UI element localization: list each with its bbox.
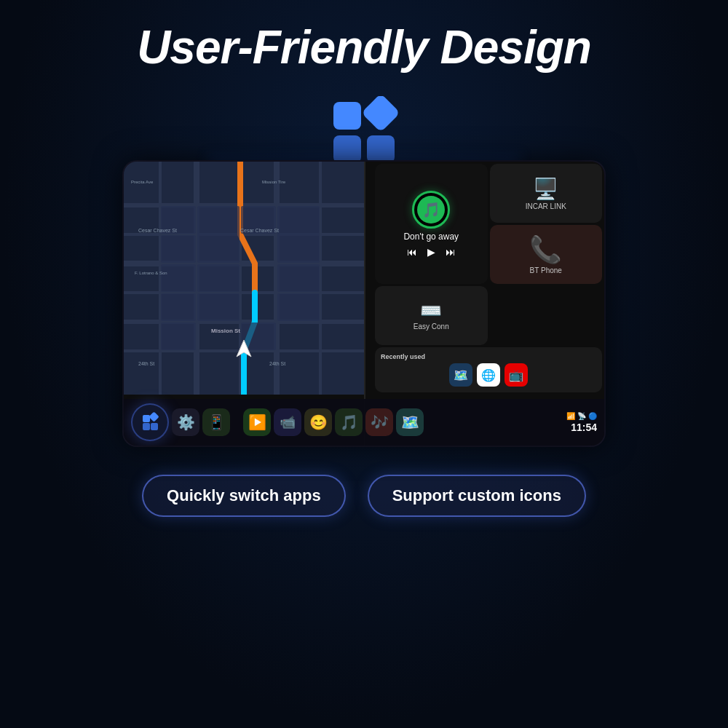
signal-icon: 📶	[566, 412, 575, 420]
easyconn-label: Easy Conn	[414, 323, 449, 331]
btphone-icon: 📞	[529, 234, 562, 265]
easyconn-tile[interactable]: ⌨️ Easy Conn	[375, 286, 488, 345]
recent-tv-icon[interactable]: 📺	[505, 363, 528, 387]
svg-rect-41	[151, 423, 158, 430]
map-area: Cesar Chavez St Cesar Chavez St Mission …	[124, 162, 364, 395]
svg-rect-2	[333, 135, 361, 163]
btphone-tile[interactable]: 📞 BT Phone	[490, 225, 603, 284]
prev-button[interactable]: ⏮	[407, 246, 417, 258]
svg-rect-18	[197, 206, 240, 263]
svg-rect-0	[333, 102, 361, 130]
screen-mirror-app[interactable]: 📱	[202, 408, 230, 436]
btphone-label: BT Phone	[530, 266, 562, 274]
svg-rect-40	[143, 423, 150, 430]
settings-app[interactable]: ⚙️	[172, 408, 199, 436]
video-app[interactable]: 📹	[274, 408, 301, 436]
status-bar: 📶 📡 🔵	[566, 412, 597, 420]
next-button[interactable]: ⏭	[446, 246, 456, 258]
spotify-track-label: Don't go away	[403, 232, 459, 242]
grid-apps-icon	[328, 96, 400, 169]
taskbar: ⚙️ 📱 ▶️ 📹 😊 🎵 🎶 🗺️ 📶 📡 🔵	[124, 399, 604, 446]
play-button[interactable]: ▶	[427, 246, 435, 258]
device-screen: Cesar Chavez St Cesar Chavez St Mission …	[124, 162, 604, 446]
spotify-taskbar[interactable]: 🎵	[335, 408, 363, 436]
svg-rect-39	[149, 412, 159, 422]
svg-rect-27	[161, 323, 196, 350]
quickly-switch-badge: Quickly switch apps	[142, 475, 346, 517]
clock-display: 11:54	[571, 422, 597, 433]
svg-rect-38	[143, 415, 150, 422]
svg-rect-3	[367, 135, 395, 163]
maps-taskbar[interactable]: 🗺️	[396, 408, 424, 436]
page-title: User-Friendly Design	[137, 20, 591, 74]
recent-chrome-icon[interactable]: 🌐	[477, 363, 500, 387]
incar-label: INCAR LINK	[526, 202, 566, 210]
svg-text:F. Lotrano & Son: F. Lotrano & Son	[135, 271, 167, 275]
incar-tile[interactable]: 🖥️ INCAR LINK	[490, 164, 603, 223]
icon-area: Cesar Chavez St Cesar Chavez St Mission …	[124, 96, 604, 446]
music-taskbar[interactable]: 🎶	[365, 408, 393, 436]
svg-text:Mission St: Mission St	[211, 328, 240, 334]
svg-rect-24	[161, 293, 196, 321]
recently-label: Recently used	[381, 353, 425, 360]
bluetooth-icon: 🔵	[588, 412, 597, 420]
svg-rect-17	[161, 235, 196, 263]
svg-text:Precita Ave: Precita Ave	[131, 180, 154, 184]
media-controls[interactable]: ⏮ ▶ ⏭	[407, 246, 456, 258]
spotify-tile[interactable]: 🎵 Don't go away ⏮ ▶ ⏭	[375, 164, 488, 284]
custom-icons-badge: Support custom icons	[368, 475, 586, 517]
svg-text:24th St: 24th St	[138, 361, 154, 366]
svg-rect-25	[197, 293, 240, 321]
incar-icon: 🖥️	[533, 177, 558, 201]
spotify-logo: 🎵	[417, 196, 445, 223]
play-store-app[interactable]: ▶️	[243, 408, 271, 436]
svg-text:Cesar Chavez St: Cesar Chavez St	[138, 228, 177, 233]
app-grid: 🎵 Don't go away ⏮ ▶ ⏭ 🖥️ INCAR LINK	[373, 162, 604, 395]
svg-rect-1	[361, 96, 400, 132]
svg-rect-23	[277, 264, 320, 292]
svg-text:Mission Tire: Mission Tire	[262, 180, 286, 184]
feature-badges: Quickly switch apps Support custom icons	[142, 475, 586, 517]
home-button[interactable]	[131, 403, 169, 441]
recent-apps-list: 🗺️ 🌐 📺	[449, 363, 528, 387]
svg-rect-22	[197, 264, 240, 292]
taskbar-time: 📶 📡 🔵 11:54	[566, 412, 597, 433]
emoji-app[interactable]: 😊	[304, 408, 332, 436]
spotify-icon: 🎵	[412, 191, 450, 229]
svg-rect-26	[277, 293, 320, 321]
page-wrapper: User-Friendly Design	[0, 0, 728, 728]
wifi-icon: 📡	[577, 412, 586, 420]
recent-waze-icon[interactable]: 🗺️	[449, 363, 472, 387]
recently-used-tile[interactable]: Recently used 🗺️ 🌐 📺	[375, 347, 602, 392]
svg-rect-20	[277, 206, 320, 263]
svg-rect-21	[161, 264, 196, 292]
screen-container: Cesar Chavez St Cesar Chavez St Mission …	[124, 162, 604, 446]
svg-text:Cesar Chavez St: Cesar Chavez St	[240, 228, 279, 233]
easyconn-icon: ⌨️	[420, 301, 442, 321]
svg-text:24th St: 24th St	[269, 361, 285, 366]
